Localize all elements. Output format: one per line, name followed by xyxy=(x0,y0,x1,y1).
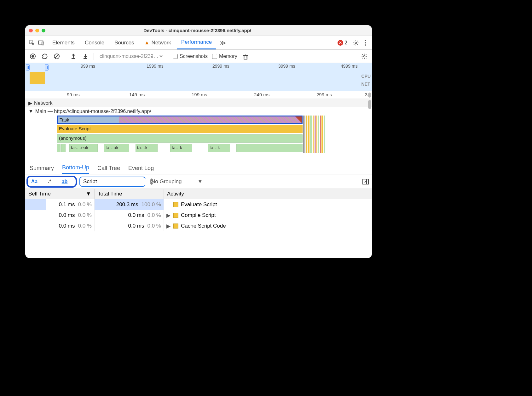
chevron-down-icon: ▼ xyxy=(197,178,203,185)
expand-icon[interactable]: ▶ xyxy=(166,212,171,219)
long-task-corner-icon xyxy=(295,116,302,123)
leaf-bar[interactable]: ta…k xyxy=(136,144,158,152)
main-track-header[interactable]: ▼ Main — https://clinquant-mousse-2f2396… xyxy=(25,107,372,116)
device-toolbar-icon[interactable] xyxy=(37,39,45,47)
error-count-badge[interactable]: ✕ 2 xyxy=(338,40,347,46)
activity-name: Cache Script Code xyxy=(181,223,226,229)
tab-call-tree[interactable]: Call Tree xyxy=(97,163,120,173)
ruler-tick: 199 ms xyxy=(192,92,207,97)
garbage-collect-icon[interactable] xyxy=(242,53,249,60)
inspect-element-icon[interactable] xyxy=(28,39,36,47)
overview-handle-left[interactable] xyxy=(26,64,30,71)
tab-sources[interactable]: Sources xyxy=(110,36,138,49)
error-icon: ✕ xyxy=(338,40,343,46)
overview-tick: 1999 ms xyxy=(147,64,164,69)
flame-tail xyxy=(303,116,338,153)
recording-selector[interactable]: clinquant-mousse-2f239… xyxy=(98,53,164,59)
capture-settings-icon[interactable] xyxy=(361,53,368,60)
svg-point-8 xyxy=(32,55,34,58)
settings-icon[interactable] xyxy=(352,39,360,47)
table-row[interactable]: 0.0 ms0.0 % 0.0 ms0.0 % ▶Compile Script xyxy=(25,210,372,221)
maximize-button[interactable] xyxy=(42,29,45,32)
svg-line-10 xyxy=(55,55,58,58)
total-pct: 0.0 % xyxy=(147,223,161,229)
screenshots-checkbox[interactable]: Screenshots xyxy=(173,54,208,59)
overview-handle-right[interactable] xyxy=(45,64,49,71)
flame-chart-area[interactable]: ▶ Network ▼ Main — https://clinquant-mou… xyxy=(25,99,372,162)
svg-rect-1 xyxy=(38,41,43,44)
expand-icon: ▶ xyxy=(28,100,32,106)
tab-summary[interactable]: Summary xyxy=(30,163,54,173)
window-controls xyxy=(29,29,45,32)
upload-profile-icon[interactable] xyxy=(70,53,77,60)
tab-performance[interactable]: Performance xyxy=(177,36,216,49)
leaf-bar[interactable]: tak…eak xyxy=(69,144,98,152)
leaf-bar[interactable] xyxy=(61,144,66,152)
col-activity[interactable]: Activity xyxy=(164,189,372,199)
svg-rect-11 xyxy=(244,55,247,59)
download-profile-icon[interactable] xyxy=(82,53,89,60)
scroll-thumb[interactable] xyxy=(368,100,371,109)
self-ms: 0.0 ms xyxy=(59,223,75,229)
color-swatch xyxy=(173,202,178,207)
sort-desc-icon: ▼ xyxy=(86,191,91,197)
svg-point-4 xyxy=(365,40,366,41)
leaf-bar[interactable] xyxy=(57,144,61,152)
total-ms: 0.0 ms xyxy=(128,212,144,218)
activity-name: Compile Script xyxy=(181,212,216,218)
network-track-label: Network xyxy=(34,100,53,106)
filter-input[interactable] xyxy=(83,178,150,185)
minimize-button[interactable] xyxy=(35,29,39,32)
table-header: Self Time▼ Total Time Activity xyxy=(25,189,372,199)
table-row[interactable]: 0.1 ms0.0 % 200.3 ms100.0 % Evaluate Scr… xyxy=(25,199,372,210)
expand-icon[interactable]: ▶ xyxy=(166,223,171,229)
evaluate-script-bar[interactable]: Evaluate Script xyxy=(57,125,303,133)
task-bar[interactable]: Task xyxy=(57,116,303,124)
tab-network[interactable]: ▲ Network xyxy=(140,36,176,49)
table-row[interactable]: 0.0 ms0.0 % 0.0 ms0.0 % ▶Cache Script Co… xyxy=(25,221,372,231)
clear-button[interactable] xyxy=(53,53,61,60)
toggle-sidebar-icon[interactable] xyxy=(362,179,369,184)
anonymous-bar[interactable]: (anonymous) xyxy=(57,134,303,143)
col-total-time[interactable]: Total Time xyxy=(95,189,164,199)
tab-console[interactable]: Console xyxy=(80,36,109,49)
scroll-thumb[interactable] xyxy=(368,93,371,98)
leaf-bar[interactable] xyxy=(236,144,303,152)
leaf-bar[interactable]: ta…k xyxy=(208,144,230,152)
total-pct: 100.0 % xyxy=(142,201,161,208)
overview-tick: 4999 ms xyxy=(341,64,358,69)
more-tabs-button[interactable]: ≫ xyxy=(217,39,228,47)
tab-bottom-up[interactable]: Bottom-Up xyxy=(62,162,89,174)
ruler-tick: 149 ms xyxy=(129,92,145,97)
window-title: DevTools - clinquant-mousse-2f2396.netli… xyxy=(45,28,349,33)
devtools-window: DevTools - clinquant-mousse-2f2396.netli… xyxy=(25,25,372,258)
reload-record-button[interactable] xyxy=(41,53,49,60)
task-label: Task xyxy=(60,117,69,122)
ruler-tick: 99 ms xyxy=(67,92,80,97)
memory-checkbox[interactable]: Memory xyxy=(212,54,237,59)
self-pct: 0.0 % xyxy=(78,212,92,218)
total-ms: 0.0 ms xyxy=(128,223,144,229)
tab-event-log[interactable]: Event Log xyxy=(128,163,154,173)
leaf-bar[interactable]: ta…ak xyxy=(104,144,129,152)
timeline-ruler[interactable]: 99 ms 149 ms 199 ms 249 ms 299 ms 3 xyxy=(25,91,372,99)
col-self-time[interactable]: Self Time▼ xyxy=(25,189,95,199)
leaf-bar[interactable]: ta…k xyxy=(170,144,192,152)
whole-word-button[interactable]: ab xyxy=(60,179,69,184)
match-case-button[interactable]: Aa xyxy=(30,179,39,184)
long-task-indicator xyxy=(119,116,302,123)
regex-button[interactable]: .* xyxy=(45,179,54,184)
details-tabs: Summary Bottom-Up Call Tree Event Log xyxy=(25,162,372,174)
titlebar: DevTools - clinquant-mousse-2f2396.netli… xyxy=(25,25,372,36)
overview-activity xyxy=(30,72,45,84)
ruler-tick: 299 ms xyxy=(316,92,332,97)
record-button[interactable] xyxy=(29,53,37,60)
network-track-header[interactable]: ▶ Network xyxy=(25,99,372,107)
tab-elements[interactable]: Elements xyxy=(48,36,79,49)
close-button[interactable] xyxy=(29,29,33,32)
kebab-menu-icon[interactable] xyxy=(361,39,369,47)
grouping-selector[interactable]: No Grouping ▼ xyxy=(149,178,205,185)
overview-cpu-label: CPU xyxy=(361,72,371,80)
overview-strip[interactable]: 999 ms 1999 ms 2999 ms 3999 ms 4999 ms C… xyxy=(25,63,372,91)
self-ms: 0.0 ms xyxy=(59,212,75,218)
